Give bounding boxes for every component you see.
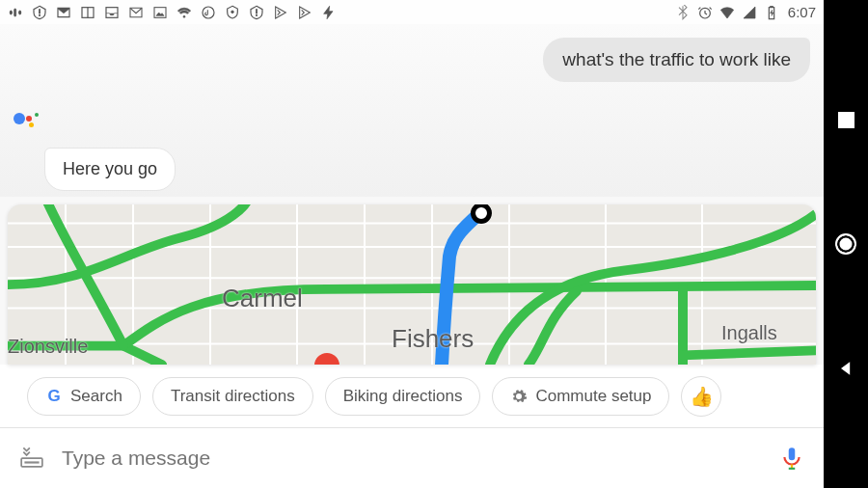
back-button[interactable] xyxy=(833,356,858,381)
chip-commute-label: Commute setup xyxy=(535,387,651,406)
svg-rect-9 xyxy=(106,7,118,17)
google-g-icon: G xyxy=(45,388,63,405)
book-icon xyxy=(80,5,95,20)
mic-icon[interactable] xyxy=(779,446,804,471)
home-button[interactable] xyxy=(833,231,858,257)
svg-point-11 xyxy=(203,7,214,18)
svg-rect-17 xyxy=(770,6,773,7)
traffic-map-card[interactable]: 31 69 Carmel Fishers Zionsville Ingalls xyxy=(8,204,816,365)
bolt-icon xyxy=(321,5,337,20)
thumbs-up-icon: 👍 xyxy=(690,385,714,408)
map-label-ingalls: Ingalls xyxy=(721,322,777,344)
status-left xyxy=(8,5,675,20)
gmail-icon xyxy=(128,5,144,20)
svg-rect-4 xyxy=(19,11,21,14)
bluetooth-icon xyxy=(675,5,691,20)
svg-rect-6 xyxy=(39,14,40,15)
assistant-message-bubble: Here you go xyxy=(44,148,176,191)
chip-transit[interactable]: Transit directions xyxy=(152,377,313,416)
clock: 6:07 xyxy=(788,4,816,20)
map-label-fishers: Fishers xyxy=(392,324,474,354)
photo-icon xyxy=(152,5,168,20)
android-nav-bar xyxy=(824,0,868,488)
assistant-row xyxy=(14,82,810,134)
svg-rect-5 xyxy=(39,9,40,13)
user-message-bubble: what's the traffic to work like xyxy=(543,38,810,82)
gear-icon xyxy=(510,388,528,405)
chip-search[interactable]: G Search xyxy=(27,377,141,416)
shield-icon xyxy=(225,5,240,20)
keyboard-icon[interactable] xyxy=(19,444,44,473)
cell-icon xyxy=(742,5,757,20)
chip-commute-setup[interactable]: Commute setup xyxy=(492,377,669,416)
wifi-status-icon xyxy=(719,5,735,20)
composer-bar xyxy=(0,427,824,488)
assistant-logo-icon xyxy=(14,111,37,134)
message-input[interactable] xyxy=(62,447,762,470)
svg-point-12 xyxy=(231,11,234,14)
play2-icon xyxy=(297,5,312,20)
chip-thumbs-up[interactable]: 👍 xyxy=(681,376,721,417)
map-label-carmel: Carmel xyxy=(222,284,303,313)
chip-biking[interactable]: Biking directions xyxy=(325,377,481,416)
alert-icon xyxy=(32,5,47,20)
map-label-zionsville: Zionsville xyxy=(8,336,88,358)
mail-icon xyxy=(56,5,71,20)
conversation-area: what's the traffic to work like Here you… xyxy=(0,24,824,197)
alarm-icon xyxy=(697,5,713,20)
svg-rect-1 xyxy=(14,9,16,16)
status-bar: 6:07 xyxy=(0,0,824,24)
svg-rect-3 xyxy=(10,11,12,14)
svg-rect-35 xyxy=(24,462,39,464)
inbox-icon xyxy=(104,5,120,20)
svg-rect-14 xyxy=(256,14,257,15)
suggestion-chips-row: G Search Transit directions Biking direc… xyxy=(0,365,824,427)
chip-transit-label: Transit directions xyxy=(171,387,295,406)
status-right: 6:07 xyxy=(675,4,816,20)
svg-rect-36 xyxy=(789,447,796,460)
play-icon xyxy=(273,5,288,20)
svg-rect-13 xyxy=(256,9,257,13)
podcasts-icon xyxy=(8,5,23,20)
wifi-icon xyxy=(176,5,192,20)
battery-icon xyxy=(764,5,779,20)
chip-search-label: Search xyxy=(70,387,122,406)
recents-button[interactable] xyxy=(833,107,858,132)
alert2-icon xyxy=(249,5,264,20)
phone-screen: 6:07 what's the traffic to work like Her… xyxy=(0,0,824,488)
svg-rect-10 xyxy=(154,7,166,17)
music-icon xyxy=(201,5,216,20)
chip-biking-label: Biking directions xyxy=(343,387,463,406)
